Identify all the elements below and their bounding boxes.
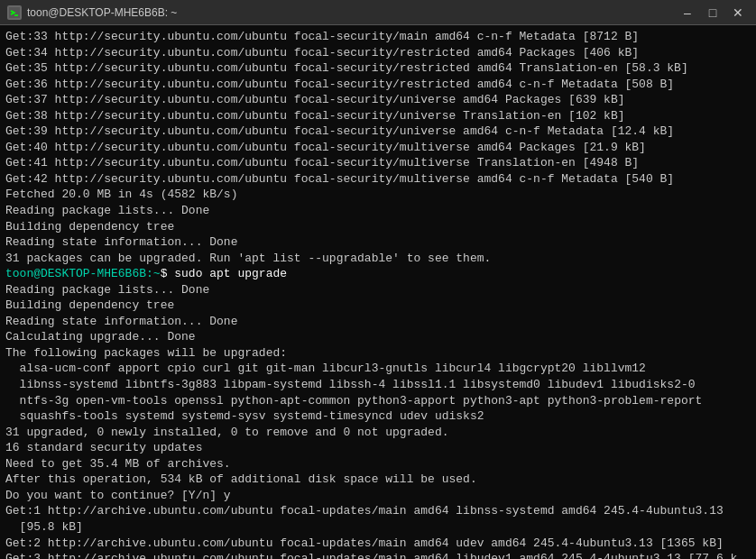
window-title: toon@DESKTOP-MHE6B6B: ~ xyxy=(27,6,177,19)
maximize-button[interactable]: □ xyxy=(702,5,724,21)
terminal-output: Get:33 http://security.ubuntu.com/ubuntu… xyxy=(0,25,756,559)
window-controls: – □ ✕ xyxy=(677,5,749,21)
close-button[interactable]: ✕ xyxy=(727,5,749,21)
minimize-button[interactable]: – xyxy=(677,5,698,21)
terminal-icon xyxy=(7,5,22,20)
title-bar: toon@DESKTOP-MHE6B6B: ~ – □ ✕ xyxy=(0,0,756,25)
title-bar-left: toon@DESKTOP-MHE6B6B: ~ xyxy=(7,5,177,20)
